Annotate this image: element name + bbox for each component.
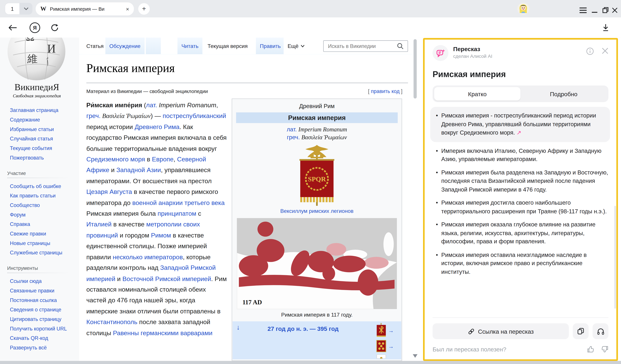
empire-map-image[interactable]: 117 AD: [232, 218, 402, 309]
horizontal-scrollbar[interactable]: [0, 361, 621, 364]
retell-panel-icon: [433, 45, 448, 61]
article-byline: Материал из Википедии — свободной энцикл…: [86, 89, 208, 94]
dots-flag-icon[interactable]: [376, 340, 387, 353]
new-tab-button[interactable]: +: [138, 3, 150, 15]
sidebar-item-report-error[interactable]: Сообщить об ошибке: [10, 182, 75, 191]
source-link-arrow-icon[interactable]: ↗: [517, 129, 521, 136]
menu-icon[interactable]: [578, 0, 588, 20]
sidebar-item-forum[interactable]: Форум: [10, 210, 75, 220]
avatar[interactable]: [517, 3, 529, 15]
panel-scrollbar-thumb[interactable]: [614, 206, 616, 309]
close-panel-icon[interactable]: [602, 47, 608, 54]
tab-close-icon[interactable]: ×: [126, 6, 129, 12]
bullet-marker: •: [433, 168, 441, 194]
sidebar-item-donate[interactable]: Пожертвовать: [10, 153, 75, 163]
downloads-icon[interactable]: [600, 17, 612, 38]
edit-code-label[interactable]: править код: [371, 88, 399, 94]
wikipedia-tagline: Свободная энциклопедия: [0, 93, 74, 98]
tab-detailed[interactable]: Подробно: [520, 87, 607, 101]
close-window-icon[interactable]: [611, 0, 619, 20]
tab-brief[interactable]: Кратко: [434, 87, 520, 101]
wikipedia-wordmark[interactable]: ВикипедиЯ: [0, 82, 74, 93]
latin-label-link[interactable]: лат.: [287, 126, 297, 133]
edit-code-link[interactable]: [ править код ]: [368, 88, 402, 94]
bracket: ]: [401, 88, 403, 94]
sidebar-item-random[interactable]: Случайная статья: [10, 134, 75, 144]
tab-article[interactable]: Статья: [82, 38, 107, 54]
sidebar-item-short-url[interactable]: Получить короткий URL: [10, 324, 70, 334]
back-icon[interactable]: [7, 17, 18, 38]
browser-tab[interactable]: W Римская империя — Ви ×: [36, 2, 134, 16]
tab-current-version[interactable]: Текущая версия: [204, 38, 252, 54]
headphones-icon: [597, 328, 604, 335]
restore-icon[interactable]: [601, 0, 609, 20]
panel-subtitle: сделан Алисой AI: [453, 53, 492, 59]
scrollbar-down-arrow[interactable]: [413, 354, 417, 358]
tab-group-chevron-icon[interactable]: [19, 3, 33, 15]
sidebar-item-what-links-here[interactable]: Ссылки сюда: [10, 277, 70, 286]
sidebar-item-page-info[interactable]: Сведения о странице: [10, 305, 70, 315]
sidebar-item-how-to-edit[interactable]: Как править статьи: [10, 191, 75, 201]
tab-read[interactable]: Читать: [177, 38, 203, 54]
bracket: [: [368, 88, 370, 94]
bullet-marker: •: [433, 147, 441, 164]
article-title: Римская империя: [86, 61, 175, 75]
thumbs-up-icon[interactable]: [587, 346, 595, 353]
scrollbar-thumb[interactable]: [414, 39, 417, 98]
minimize-icon[interactable]: [591, 0, 599, 20]
listen-button[interactable]: [593, 323, 608, 339]
labarum-flag-icon[interactable]: [376, 323, 387, 338]
sidebar-item-main-page[interactable]: Заглавная страница: [10, 106, 75, 115]
wikipedia-globe-logo[interactable]: Ω W И 維 ٲ: [7, 38, 66, 81]
sidebar-item-current-events[interactable]: Текущие события: [10, 144, 75, 153]
arrow-right[interactable]: →: [388, 327, 394, 334]
sidebar-item-expand-all[interactable]: Развернуть всё: [10, 343, 70, 353]
partial-flag-icon[interactable]: [376, 355, 387, 359]
divider: [7, 178, 71, 178]
refresh-icon[interactable]: [49, 17, 60, 38]
vexillum-caption-link[interactable]: Вексиллум римских легионов: [232, 208, 402, 214]
sidebar-item-contents[interactable]: Содержание: [10, 115, 75, 125]
arrow-right[interactable]: →: [388, 343, 394, 349]
highlighted-bullet[interactable]: • Римская империя - постреспубликанский …: [430, 107, 610, 142]
tab-group-control[interactable]: 1: [5, 3, 32, 15]
summary-mode-switch: Кратко Подробно: [433, 85, 608, 102]
feedback-question: Был ли пересказ полезен?: [433, 346, 506, 353]
spqr-text: SPQR: [308, 175, 326, 183]
tab-more[interactable]: Ещё: [284, 38, 309, 54]
search-input[interactable]: [327, 43, 396, 49]
sidebar-item-related-changes[interactable]: Связанные правки: [10, 286, 70, 296]
copy-retell-link-label: Ссылка на пересказ: [478, 328, 534, 334]
sidebar-item-recent-changes[interactable]: Свежие правки: [10, 229, 75, 239]
bullet-text: Римская империя - постреспубликанский пе…: [441, 112, 604, 137]
sidebar-item-special-pages[interactable]: Служебные страницы: [10, 248, 75, 258]
sidebar-item-qr-code[interactable]: Скачать QR-код: [10, 334, 70, 343]
bullet-text: Римская империя достигла своего наибольш…: [441, 199, 609, 216]
lead-paragraph: Ри́мская импе́рия (лат. Imperium Romanum…: [86, 100, 227, 338]
timeline-years-link[interactable]: 27 год до н. э. — 395 год: [232, 325, 374, 332]
sidebar-item-permanent-link[interactable]: Постоянная ссылка: [10, 296, 70, 305]
bullet-text: Римская империя оставила неизгладимое на…: [441, 251, 609, 276]
tab-edit[interactable]: Править: [256, 38, 285, 54]
sidebar-item-new-pages[interactable]: Новые страницы: [10, 239, 75, 248]
article-scrollbar[interactable]: [412, 38, 418, 361]
thumbs-down-icon[interactable]: [601, 346, 608, 353]
copy-text-button[interactable]: [573, 323, 589, 339]
search-icon[interactable]: [397, 43, 404, 49]
greek-label-link[interactable]: греч.: [287, 134, 300, 141]
wikipedia-search-box[interactable]: [323, 40, 408, 52]
info-icon[interactable]: [586, 47, 594, 55]
bullet-text: Римская империя оказала глубокое влияние…: [441, 220, 609, 246]
yandex-icon[interactable]: Я: [29, 17, 41, 38]
copy-retell-link-button[interactable]: Ссылка на пересказ: [433, 323, 569, 339]
link-icon: [468, 328, 474, 334]
tab-group-count[interactable]: 1: [5, 3, 19, 15]
sidebar-item-featured[interactable]: Избранные статьи: [10, 125, 75, 134]
sidebar-item-cite-page[interactable]: Цитировать страницу: [10, 315, 70, 324]
vexillum-image[interactable]: SPQR: [232, 144, 402, 207]
sidebar-item-community[interactable]: Сообщество: [10, 201, 75, 210]
sidebar-item-help[interactable]: Справка: [10, 220, 75, 229]
tab-talk[interactable]: Обсуждение: [105, 38, 144, 54]
infobox-superheader[interactable]: Древний Рим: [232, 103, 402, 109]
infobox-greek-name: греч. Βασιλεία Ῥωμαίων: [232, 134, 402, 141]
